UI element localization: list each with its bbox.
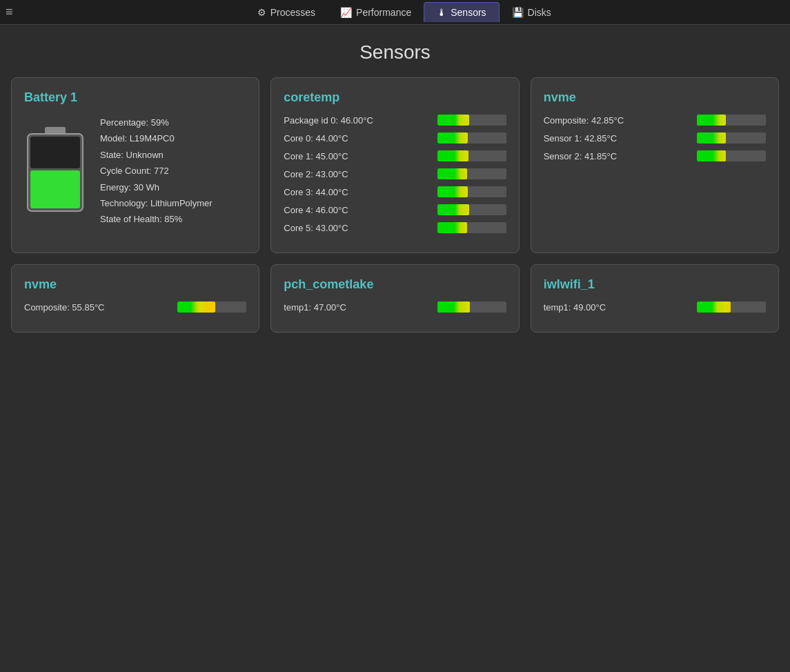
sensor-row: temp1: 49.00°C xyxy=(544,302,766,313)
sensor-label: Core 2: 43.00°C xyxy=(284,169,394,179)
nvme-bottom-sensors: Composite: 55.85°C xyxy=(24,302,246,313)
topnav: ≡ ⚙ Processes 📈 Performance 🌡 Sensors 💾 … xyxy=(0,0,790,25)
sensor-row: Core 4: 46.00°C xyxy=(284,204,506,215)
temp-bar xyxy=(437,204,506,215)
temp-bar xyxy=(437,132,506,144)
sensors-label: Sensors xyxy=(451,7,486,18)
temp-bar-fill xyxy=(177,302,215,313)
sensor-label: Sensor 1: 42.85°C xyxy=(544,133,654,144)
temp-bar xyxy=(697,302,766,313)
temp-bar xyxy=(437,222,506,233)
sensor-label: Core 4: 46.00°C xyxy=(284,205,394,215)
tab-sensors[interactable]: 🌡 Sensors xyxy=(424,2,499,22)
sensor-label: Core 3: 44.00°C xyxy=(284,187,394,197)
battery-cycle-count: Cycle Count: 772 xyxy=(100,163,213,179)
temp-bar-fill xyxy=(437,168,467,179)
cards-grid: Battery 1 Percentage: 59% Model: L19M4PC… xyxy=(0,77,790,349)
disks-label: Disks xyxy=(528,7,551,18)
temp-bar xyxy=(437,302,506,313)
processes-icon: ⚙ xyxy=(257,7,266,18)
sensor-row: Core 5: 43.00°C xyxy=(284,222,506,233)
battery-percentage: Percentage: 59% xyxy=(100,115,213,130)
performance-label: Performance xyxy=(356,7,411,18)
tab-disks[interactable]: 💾 Disks xyxy=(500,3,564,22)
sensor-label: Core 0: 44.00°C xyxy=(284,133,394,144)
sensor-row: Core 3: 44.00°C xyxy=(284,186,506,197)
tab-performance[interactable]: 📈 Performance xyxy=(328,3,424,22)
nvme-top-sensors: Composite: 42.85°CSensor 1: 42.85°CSenso… xyxy=(544,115,766,161)
sensor-label: temp1: 47.00°C xyxy=(284,302,394,313)
sensor-label: Sensor 2: 41.85°C xyxy=(544,151,654,161)
coretemp-sensors: Package id 0: 46.00°CCore 0: 44.00°CCore… xyxy=(284,115,506,233)
sensor-row: Package id 0: 46.00°C xyxy=(284,115,506,126)
pch-cometlake-card: pch_cometlake temp1: 47.00°C xyxy=(270,264,519,333)
temp-bar xyxy=(437,150,506,161)
battery-content: Percentage: 59% Model: L19M4PC0 State: U… xyxy=(24,115,246,228)
temp-bar xyxy=(177,302,246,313)
battery-card: Battery 1 Percentage: 59% Model: L19M4PC… xyxy=(11,77,259,253)
page-title: Sensors xyxy=(0,41,790,63)
sensor-label: Package id 0: 46.00°C xyxy=(284,115,394,126)
iwlwifi-card: iwlwifi_1 temp1: 49.00°C xyxy=(531,264,779,333)
sensors-icon: 🌡 xyxy=(437,7,446,18)
processes-label: Processes xyxy=(270,7,315,18)
nvme-top-card-title: nvme xyxy=(544,90,766,105)
sensor-label: temp1: 49.00°C xyxy=(544,302,654,313)
sensor-row: Composite: 55.85°C xyxy=(24,302,246,313)
svg-rect-2 xyxy=(30,170,80,208)
battery-health: State of Health: 85% xyxy=(100,211,213,227)
temp-bar-fill xyxy=(697,115,726,126)
sensor-row: temp1: 47.00°C xyxy=(284,302,506,313)
battery-card-title: Battery 1 xyxy=(24,90,246,105)
temp-bar xyxy=(437,168,506,179)
temp-bar xyxy=(437,186,506,197)
temp-bar xyxy=(437,115,506,126)
pch-sensors: temp1: 47.00°C xyxy=(284,302,506,313)
sensor-label: Composite: 42.85°C xyxy=(544,115,654,126)
battery-icon xyxy=(24,121,86,220)
temp-bar xyxy=(697,132,766,144)
menu-icon[interactable]: ≡ xyxy=(6,5,13,19)
temp-bar-fill xyxy=(697,302,731,313)
temp-bar-fill xyxy=(437,204,469,215)
iwlwifi-title: iwlwifi_1 xyxy=(544,277,766,292)
battery-state: State: Unknown xyxy=(100,147,213,163)
sensor-row: Composite: 42.85°C xyxy=(544,115,766,126)
coretemp-card-title: coretemp xyxy=(284,90,506,105)
battery-model: Model: L19M4PC0 xyxy=(100,130,213,146)
sensor-row: Core 0: 44.00°C xyxy=(284,132,506,144)
battery-energy: Energy: 30 Wh xyxy=(100,179,213,195)
temp-bar-fill xyxy=(437,222,467,233)
temp-bar-fill xyxy=(437,302,470,313)
nvme-bottom-card-title: nvme xyxy=(24,277,246,292)
temp-bar xyxy=(697,115,766,126)
nvme-top-card: nvme Composite: 42.85°CSensor 1: 42.85°C… xyxy=(531,77,779,253)
temp-bar xyxy=(697,150,766,161)
temp-bar-fill xyxy=(437,186,468,197)
nav-tabs: ⚙ Processes 📈 Performance 🌡 Sensors 💾 Di… xyxy=(24,2,784,22)
sensor-row: Sensor 2: 41.85°C xyxy=(544,150,766,161)
temp-bar-fill xyxy=(437,150,468,161)
sensor-label: Composite: 55.85°C xyxy=(24,302,135,313)
sensor-row: Sensor 1: 42.85°C xyxy=(544,132,766,144)
tab-processes[interactable]: ⚙ Processes xyxy=(245,3,328,22)
temp-bar-fill xyxy=(437,132,468,144)
iwlwifi-sensors: temp1: 49.00°C xyxy=(544,302,766,313)
sensor-label: Core 5: 43.00°C xyxy=(284,223,394,233)
disks-icon: 💾 xyxy=(512,7,524,18)
pch-cometlake-title: pch_cometlake xyxy=(284,277,506,292)
coretemp-card: coretemp Package id 0: 46.00°CCore 0: 44… xyxy=(270,77,519,253)
performance-icon: 📈 xyxy=(340,7,352,18)
battery-technology: Technology: LithiumPolymer xyxy=(100,195,213,211)
temp-bar-fill xyxy=(697,150,726,161)
nvme-bottom-card: nvme Composite: 55.85°C xyxy=(11,264,259,333)
temp-bar-fill xyxy=(437,115,469,126)
sensor-row: Core 2: 43.00°C xyxy=(284,168,506,179)
battery-info: Percentage: 59% Model: L19M4PC0 State: U… xyxy=(100,115,213,228)
sensor-label: Core 1: 45.00°C xyxy=(284,151,394,161)
svg-rect-3 xyxy=(30,137,80,168)
sensor-row: Core 1: 45.00°C xyxy=(284,150,506,161)
temp-bar-fill xyxy=(697,132,726,144)
